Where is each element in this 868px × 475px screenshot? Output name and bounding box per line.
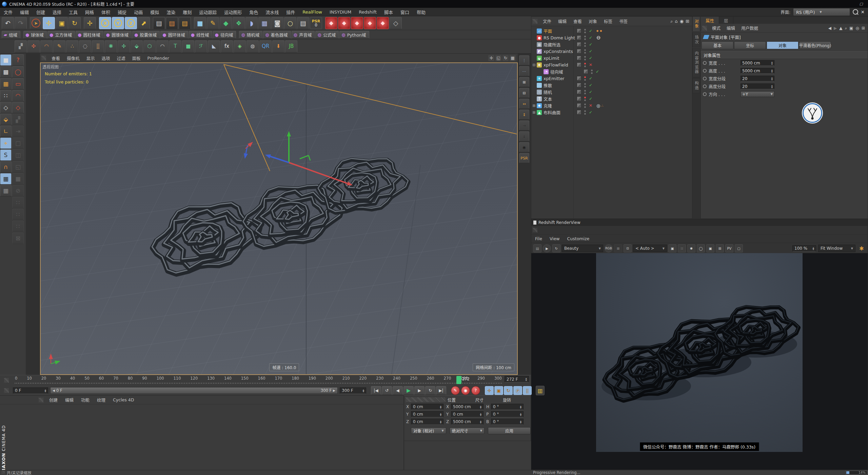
object-row[interactable]: T 文本 (531, 95, 692, 102)
panel-grip[interactable] (41, 56, 46, 60)
points-mode[interactable]: ∷ (0, 90, 12, 101)
range-end-field[interactable]: 300 F▲▼ (340, 387, 366, 394)
menu-item[interactable]: 捕捉 (114, 9, 130, 15)
lock-icon[interactable]: ▣ (849, 26, 853, 31)
object-name[interactable]: 径向域 (550, 69, 583, 75)
spline-smooth-tool[interactable]: ◠ (156, 40, 169, 53)
side-tab[interactable]: 对象 (692, 16, 700, 32)
arrange-right-button[interactable]: → (519, 120, 529, 131)
visibility-dots[interactable] (583, 97, 587, 101)
position-input[interactable]: 0 cm▲▼ (411, 404, 443, 410)
enable-state-icon[interactable] (588, 62, 594, 67)
enable-state-icon[interactable] (588, 56, 594, 60)
extrude-tool[interactable]: ⬙ (131, 40, 143, 53)
rs-camera-button[interactable]: ◆ (364, 17, 376, 29)
object-name[interactable]: xpEmitter (544, 76, 576, 81)
workplane-interactive-toggle[interactable]: ▦ (0, 185, 12, 196)
x-axis-lock[interactable]: X (99, 17, 111, 29)
layer-toggle[interactable] (577, 90, 581, 94)
object-tags[interactable] (596, 103, 604, 108)
add-child-button[interactable]: ⊞ (519, 77, 529, 87)
enable-state-icon[interactable] (588, 90, 594, 94)
fit-mode-dropdown[interactable]: Fit Window (818, 245, 855, 252)
object-name[interactable]: xpLimit (544, 56, 576, 61)
renderview-menu-item[interactable]: Customize (564, 236, 593, 241)
qr-tool[interactable]: QR (259, 40, 272, 53)
visibility-dots[interactable] (583, 76, 587, 81)
renderview-title-bar[interactable]: Redshift RenderView (531, 219, 868, 226)
attribute-tab[interactable]: 基本 (702, 41, 733, 49)
field-input[interactable]: 20▲▼ (741, 83, 774, 89)
scale-tool[interactable]: ▣ (56, 17, 68, 29)
dim-command-7[interactable]: ⊘ (12, 185, 24, 196)
panel-grip[interactable] (533, 228, 537, 232)
floor-menu[interactable]: ▦ (258, 17, 271, 29)
attribute-tab[interactable]: 坐标 (734, 41, 766, 49)
om-menu-item[interactable]: 文件 (539, 18, 555, 24)
zoom-view-icon[interactable]: ◱ (495, 55, 501, 61)
object-row[interactable]: ▥ 隐藏所选 (531, 41, 692, 48)
field-button[interactable]: ◍Python域 (339, 31, 369, 39)
mirror-tool[interactable]: ✣ (27, 40, 40, 53)
rs-area-light-button[interactable]: ◆ (351, 17, 363, 29)
last-used-tool[interactable]: ✢ (84, 17, 96, 29)
layer-toggle[interactable] (584, 69, 588, 74)
add-panel-icon[interactable]: ⊞ (862, 26, 865, 31)
polygon-pen-tool[interactable]: ⬡ (143, 40, 156, 53)
viewport-menu-item[interactable]: 查看 (48, 55, 63, 61)
layer-toggle[interactable] (577, 62, 581, 67)
rotate-view-icon[interactable]: ↻ (502, 55, 509, 61)
enable-state-icon[interactable] (588, 76, 594, 81)
search-icon[interactable] (853, 9, 858, 15)
field-button[interactable]: ◍公式域 (315, 31, 339, 39)
render-to-picture-viewer-button[interactable]: ▤ (166, 17, 178, 29)
autokey-toggle[interactable]: ◉ (461, 386, 470, 395)
rotate-tool[interactable]: ↻ (68, 17, 81, 29)
pan-view-icon[interactable]: ✢ (488, 55, 494, 61)
add-panel-icon[interactable]: ⊞ (686, 19, 689, 24)
attribute-panel-tab[interactable]: 层 (719, 17, 733, 24)
help-cursor-tool[interactable]: ? (12, 54, 24, 66)
menu-item[interactable]: 选择 (49, 9, 65, 15)
search-icon[interactable]: ⌕ (845, 26, 847, 31)
jb-plugin-tool[interactable]: JB (285, 40, 297, 53)
visibility-dots[interactable] (583, 49, 587, 54)
field-button[interactable]: ●圆柱体域 (76, 31, 103, 39)
dim-command-9[interactable]: ∷ (12, 209, 24, 220)
object-row[interactable]: ⊟ ❋ xpFlowField (531, 61, 692, 68)
polygon-selection-tool[interactable]: ◇ (12, 102, 24, 113)
z-axis-lock[interactable]: Z (125, 17, 137, 29)
visibility-dots[interactable] (590, 70, 593, 74)
enable-state-icon[interactable] (588, 110, 594, 115)
menu-item[interactable]: 网格 (81, 9, 98, 15)
menu-item[interactable]: 流水线 (262, 9, 282, 15)
attribute-tab[interactable]: 平滑着色(Phong) (799, 41, 831, 49)
model-mode[interactable]: ■ (0, 54, 12, 66)
psr-transfer-button[interactable]: PSR (519, 153, 529, 163)
zoom-level-field[interactable]: 100 %▲▼ (792, 245, 816, 252)
object-name[interactable]: 布料曲面 (544, 109, 576, 116)
pixel-grid-button[interactable]: ▦ (614, 244, 622, 252)
object-name[interactable]: 克隆 (544, 102, 576, 109)
keyframe-preset-button[interactable]: ? (471, 386, 480, 395)
move-tool[interactable]: ✢ (43, 17, 55, 29)
material-menu-item[interactable]: Cycles 4D (109, 397, 138, 402)
menu-item[interactable]: 运动跟踪 (195, 9, 220, 15)
panel-grip[interactable] (533, 19, 537, 24)
panel-grip[interactable] (4, 388, 9, 393)
to-picture-viewer-button[interactable]: PV (725, 244, 733, 252)
text-tool[interactable]: T (169, 40, 181, 53)
field-input[interactable]: +Y▲▼ (741, 91, 774, 97)
key-position-toggle[interactable]: ✢ (485, 386, 494, 395)
object-name[interactable]: xpConstraints (544, 49, 576, 54)
size-mode-dropdown[interactable]: 绝对尺寸 (450, 428, 485, 434)
enable-state-icon[interactable] (588, 35, 594, 40)
menu-item[interactable]: 角色 (245, 9, 262, 15)
object-row[interactable]: ◒ xpLimit (531, 55, 692, 61)
attr-menu-item[interactable]: 模式 (709, 25, 724, 31)
layer-toggle[interactable] (577, 103, 581, 108)
coord-mode-dropdown[interactable]: 对象 (相对) (411, 428, 446, 434)
goto-start-button[interactable]: |◀ (371, 386, 381, 395)
size-input[interactable]: 5000 cm▲▼ (451, 404, 484, 410)
viewport-menu-item[interactable]: 过滤 (114, 55, 129, 61)
